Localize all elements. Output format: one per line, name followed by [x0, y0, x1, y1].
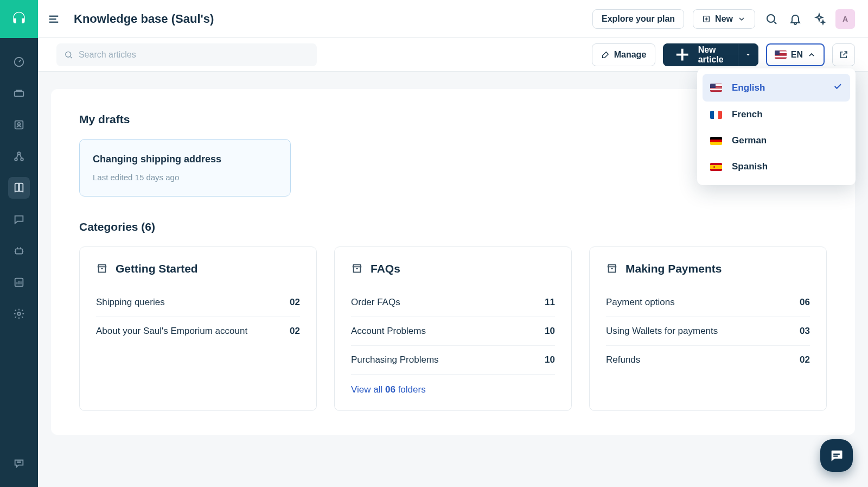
nav-bot-icon[interactable] — [8, 240, 30, 262]
svg-rect-16 — [833, 454, 840, 455]
chat-icon — [829, 448, 844, 463]
category-folder-row[interactable]: Purchasing Problems10 — [351, 346, 555, 375]
language-selector[interactable]: EN — [766, 43, 825, 66]
flag-es-icon — [710, 163, 722, 171]
chevron-up-icon — [807, 50, 816, 59]
manage-button[interactable]: Manage — [592, 43, 656, 66]
svg-rect-7 — [16, 249, 23, 254]
view-all-link[interactable]: View all 06 folders — [351, 384, 555, 395]
search-input[interactable] — [79, 50, 309, 60]
nav-help-icon[interactable] — [8, 452, 30, 474]
check-icon — [833, 81, 843, 94]
new-article-dropdown[interactable] — [738, 44, 758, 66]
plus-icon — [672, 45, 692, 65]
svg-point-14 — [767, 15, 775, 22]
lang-option-german[interactable]: German — [703, 128, 850, 154]
nav-tickets-icon[interactable] — [8, 83, 30, 104]
lang-option-spanish[interactable]: Spanish — [703, 154, 850, 180]
caret-down-icon — [745, 52, 751, 58]
logo[interactable] — [0, 0, 38, 38]
chat-fab[interactable] — [820, 439, 853, 472]
category-title: Getting Started — [116, 262, 198, 275]
search-box[interactable] — [56, 43, 317, 66]
category-title: FAQs — [371, 262, 400, 275]
language-dropdown: English French German Spanish — [697, 68, 856, 185]
lang-option-english[interactable]: English — [703, 74, 850, 102]
external-link-icon — [839, 50, 848, 60]
category-card: Getting Started Shipping queries02 About… — [79, 246, 317, 411]
svg-rect-17 — [833, 456, 838, 457]
category-folder-row[interactable]: Using Wallets for payments03 — [606, 317, 810, 346]
nav-contacts-icon[interactable] — [8, 114, 30, 136]
draft-card[interactable]: Changing shipping address Last edited 15… — [79, 139, 291, 197]
nav-dashboard-icon[interactable] — [8, 51, 30, 73]
svg-point-6 — [18, 152, 21, 155]
lang-option-french[interactable]: French — [703, 102, 850, 128]
categories-section-title: Categories (6) — [79, 220, 827, 233]
search-icon[interactable] — [764, 11, 779, 27]
archive-icon — [96, 263, 108, 275]
nav-knowledgebase-icon[interactable] — [8, 177, 30, 199]
category-card: Making Payments Payment options06 Using … — [589, 246, 827, 411]
nav-reports-icon[interactable] — [8, 271, 30, 293]
explore-plan-button[interactable]: Explore your plan — [592, 9, 684, 29]
sparkle-icon[interactable] — [812, 11, 827, 27]
flag-us-icon — [775, 50, 787, 59]
menu-toggle-icon[interactable] — [48, 13, 60, 25]
nav-chat-icon[interactable] — [8, 208, 30, 230]
nav-social-icon[interactable] — [8, 146, 30, 167]
svg-point-9 — [17, 312, 21, 315]
svg-rect-1 — [15, 91, 24, 96]
svg-point-3 — [18, 123, 21, 125]
flag-us-icon — [710, 84, 722, 92]
category-folder-row[interactable]: Payment options06 — [606, 288, 810, 317]
flag-de-icon — [710, 137, 722, 145]
open-external-button[interactable] — [832, 43, 855, 66]
archive-icon — [351, 263, 363, 275]
search-icon — [64, 50, 73, 60]
new-button[interactable]: New — [693, 9, 755, 29]
svg-rect-10 — [49, 15, 59, 16]
category-title: Making Payments — [626, 262, 722, 275]
bell-icon[interactable] — [788, 11, 803, 27]
flag-fr-icon — [710, 111, 722, 119]
category-folder-row[interactable]: Shipping queries02 — [96, 288, 300, 317]
archive-icon — [606, 263, 618, 275]
svg-rect-11 — [49, 18, 56, 20]
draft-meta: Last edited 15 days ago — [93, 173, 277, 182]
draft-title: Changing shipping address — [93, 154, 277, 165]
category-card: FAQs Order FAQs11 Account Problems10 Pur… — [334, 246, 572, 411]
page-title: Knowledge base (Saul's) — [74, 12, 214, 26]
avatar[interactable]: A — [835, 9, 855, 29]
nav-settings-icon[interactable] — [8, 303, 30, 325]
category-folder-row[interactable]: Order FAQs11 — [351, 288, 555, 317]
new-article-button[interactable]: New article — [663, 43, 758, 66]
category-folder-row[interactable]: Refunds02 — [606, 346, 810, 374]
svg-point-15 — [66, 52, 71, 57]
category-folder-row[interactable]: Account Problems10 — [351, 317, 555, 346]
category-folder-row[interactable]: About your Saul's Emporium account02 — [96, 317, 300, 345]
svg-rect-12 — [49, 21, 59, 22]
edit-icon — [601, 50, 610, 59]
